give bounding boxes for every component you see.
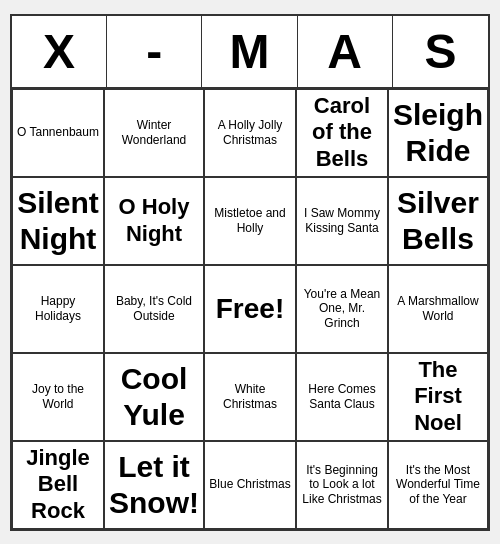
cell-3-4: The First Noel: [388, 353, 488, 441]
header-letter-0: X: [12, 16, 107, 87]
cell-0-4: Sleigh Ride: [388, 89, 488, 177]
header-letter-1: -: [107, 16, 202, 87]
cell-1-4: Silver Bells: [388, 177, 488, 265]
cell-4-0: Jingle Bell Rock: [12, 441, 104, 529]
header-letter-3: A: [298, 16, 393, 87]
cell-3-1: Cool Yule: [104, 353, 204, 441]
cell-4-3: It's Beginning to Look a lot Like Christ…: [296, 441, 388, 529]
cell-2-3: You're a Mean One, Mr. Grinch: [296, 265, 388, 353]
bingo-grid: O TannenbaumWinter WonderlandA Holly Jol…: [12, 89, 488, 529]
cell-4-4: It's the Most Wonderful Time of the Year: [388, 441, 488, 529]
cell-4-1: Let it Snow!: [104, 441, 204, 529]
cell-1-3: I Saw Mommy Kissing Santa: [296, 177, 388, 265]
cell-1-1: O Holy Night: [104, 177, 204, 265]
cell-4-2: Blue Christmas: [204, 441, 296, 529]
cell-3-3: Here Comes Santa Claus: [296, 353, 388, 441]
cell-2-0: Happy Holidays: [12, 265, 104, 353]
cell-1-0: Silent Night: [12, 177, 104, 265]
cell-0-1: Winter Wonderland: [104, 89, 204, 177]
bingo-card: X-MAS O TannenbaumWinter WonderlandA Hol…: [10, 14, 490, 531]
cell-1-2: Mistletoe and Holly: [204, 177, 296, 265]
cell-2-4: A Marshmallow World: [388, 265, 488, 353]
header-letter-2: M: [202, 16, 297, 87]
cell-3-2: White Christmas: [204, 353, 296, 441]
cell-2-2: Free!: [204, 265, 296, 353]
cell-0-0: O Tannenbaum: [12, 89, 104, 177]
cell-3-0: Joy to the World: [12, 353, 104, 441]
cell-2-1: Baby, It's Cold Outside: [104, 265, 204, 353]
cell-0-3: Carol of the Bells: [296, 89, 388, 177]
header-letter-4: S: [393, 16, 488, 87]
header-row: X-MAS: [12, 16, 488, 89]
cell-0-2: A Holly Jolly Christmas: [204, 89, 296, 177]
